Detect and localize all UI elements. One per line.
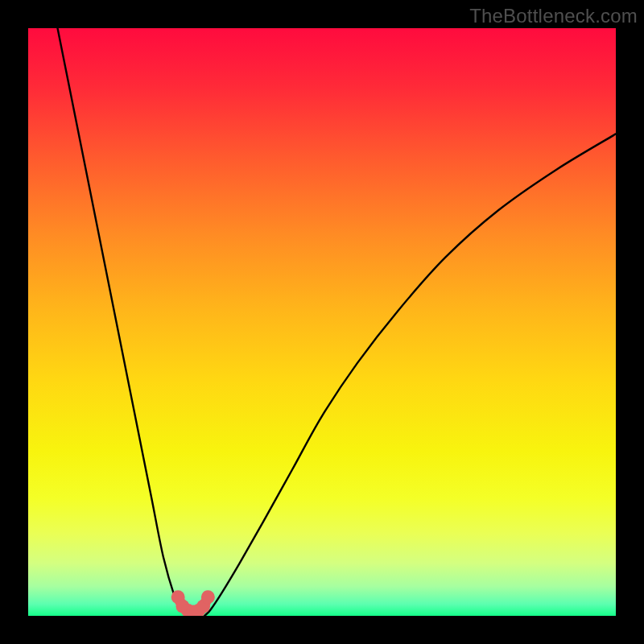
plot-area (28, 28, 616, 616)
marker-dot (201, 590, 215, 604)
chart-frame: TheBottleneck.com (0, 0, 644, 644)
left-curve (58, 28, 188, 616)
curve-layer (28, 28, 616, 616)
right-curve (204, 134, 616, 616)
watermark-label: TheBottleneck.com (469, 5, 638, 27)
